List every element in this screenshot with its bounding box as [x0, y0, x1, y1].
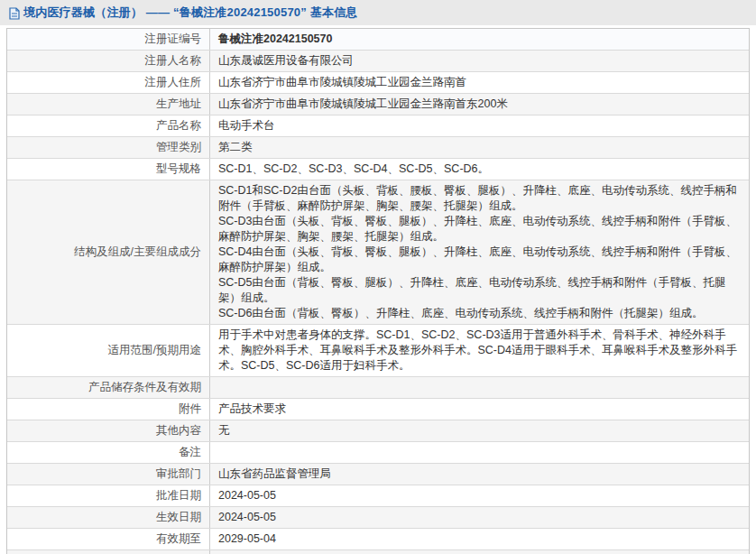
row-label: 注册人名称 [7, 51, 210, 71]
row-label-text: 有效期至 [156, 531, 201, 547]
row-value: 山东省济宁市曲阜市陵城镇陵城工业园金兰路南首 [210, 72, 749, 93]
row-label: 结构及组成/主要组成成分 [7, 180, 210, 324]
table-row: 审批部门山东省药品监督管理局 [7, 464, 749, 485]
row-label: 备注 [7, 442, 210, 463]
row-label: 有效期至 [7, 529, 210, 549]
row-label: 管理类别 [7, 137, 210, 158]
row-value: 2024-05-05 [210, 507, 749, 528]
row-label: 生产地址 [7, 94, 210, 115]
table-row: 结构及组成/主要组成成分SC-D1和SC-D2由台面（头板、背板、腰板、臀板、腿… [7, 180, 749, 325]
row-value: 电动手术台 [210, 115, 749, 136]
row-label-text: 管理类别 [156, 140, 201, 155]
row-value: 2024-05-05 [210, 485, 749, 506]
document-icon [9, 7, 20, 20]
row-value [210, 550, 749, 554]
table-row: 变更情况 [7, 550, 749, 554]
page-header: 境内医疗器械（注册） —— “鲁械注准20242150570” 基本信息 [0, 0, 756, 25]
row-label: 型号规格 [7, 159, 210, 180]
table-row: 生效日期2024-05-05 [7, 507, 749, 529]
row-value: 鲁械注准20242150570 [210, 29, 749, 50]
row-value: 无 [210, 420, 749, 441]
table-row: 型号规格SC-D1、SC-D2、SC-D3、SC-D4、SC-D5、SC-D6。 [7, 159, 749, 180]
row-label: 批准日期 [7, 485, 210, 506]
table-row: 注册人名称山东晟诚医用设备有限公司 [7, 51, 749, 72]
row-label: 附件 [7, 399, 210, 420]
page: 境内医疗器械（注册） —— “鲁械注准20242150570” 基本信息 注册证… [0, 0, 756, 554]
page-title: 境内医疗器械（注册） —— “鲁械注准20242150570” 基本信息 [23, 5, 358, 21]
row-label-text: 生效日期 [156, 510, 201, 525]
row-label-text: 注册人住所 [145, 75, 202, 90]
row-value: 2029-05-04 [210, 529, 749, 549]
table-row: 管理类别第二类 [7, 137, 749, 159]
composition-paragraph: SC-D5由台面（背板、臀板、腿板）、升降柱、底座、电动传动系统、线控手柄和附件… [218, 275, 741, 306]
table-row: 适用范围/预期用途用于手术中对患者身体的支撑。SC-D1、SC-D2、SC-D3… [7, 325, 749, 377]
table-row: 产品储存条件及有效期 [7, 377, 749, 399]
registration-info-table: 注册证编号鲁械注准20242150570注册人名称山东晟诚医用设备有限公司注册人… [6, 28, 750, 554]
row-label-text: 其他内容 [156, 423, 201, 439]
table-row: 有效期至2029-05-04 [7, 529, 749, 550]
row-label: 其他内容 [7, 420, 210, 441]
row-label: 注册人住所 [7, 72, 210, 93]
row-value: 山东省药品监督管理局 [210, 464, 749, 485]
row-label-text: 注册证编号 [145, 32, 202, 47]
row-value: 用于手术中对患者身体的支撑。SC-D1、SC-D2、SC-D3适用于普通外科手术… [210, 325, 749, 376]
composition-paragraph: SC-D4由台面（头板、背板、臀板、腿板）、升降柱、底座、电动传动系统、线控手柄… [218, 245, 741, 275]
row-label-text: 附件 [179, 402, 201, 417]
row-label: 变更情况 [7, 550, 210, 554]
row-label-text: 备注 [179, 445, 201, 460]
table-row: 附件产品技术要求 [7, 399, 749, 420]
row-value [210, 442, 749, 463]
row-label-text: 产品名称 [156, 118, 201, 134]
row-label-text: 适用范围/预期用途 [108, 343, 201, 358]
row-label: 生效日期 [7, 507, 210, 528]
row-label-text: 产品储存条件及有效期 [88, 380, 201, 395]
row-label: 审批部门 [7, 464, 210, 485]
composition-paragraph: SC-D1和SC-D2由台面（头板、背板、腰板、臀板、腿板）、升降柱、底座、电动… [218, 183, 741, 214]
table-row: 备注 [7, 442, 749, 464]
table-row: 其他内容无 [7, 420, 749, 442]
row-label-text: 批准日期 [156, 488, 201, 503]
row-label: 注册证编号 [7, 29, 210, 50]
row-value: SC-D1和SC-D2由台面（头板、背板、腰板、臀板、腿板）、升降柱、底座、电动… [210, 180, 749, 324]
row-value: SC-D1、SC-D2、SC-D3、SC-D4、SC-D5、SC-D6。 [210, 159, 749, 180]
composition-paragraph: SC-D6由台面（背板、臀板）、升降柱、底座、电动传动系统、线控手柄和附件（托腿… [218, 306, 741, 321]
row-value: 产品技术要求 [210, 399, 749, 420]
row-value: 第二类 [210, 137, 749, 158]
row-label-text: 审批部门 [156, 466, 201, 482]
table-row: 注册人住所山东省济宁市曲阜市陵城镇陵城工业园金兰路南首 [7, 72, 749, 94]
table-row: 产品名称电动手术台 [7, 115, 749, 137]
row-label-text: 型号规格 [156, 162, 201, 177]
row-value [210, 377, 749, 398]
table-row: 批准日期2024-05-05 [7, 485, 749, 507]
row-label-text: 生产地址 [156, 97, 201, 112]
table-row: 注册证编号鲁械注准20242150570 [7, 29, 749, 51]
row-value: 山东省济宁市曲阜市陵城镇陵城工业园金兰路南首东200米 [210, 94, 749, 115]
row-label: 产品名称 [7, 115, 210, 136]
table-row: 生产地址山东省济宁市曲阜市陵城镇陵城工业园金兰路南首东200米 [7, 94, 749, 115]
row-label: 产品储存条件及有效期 [7, 377, 210, 398]
row-label-text: 注册人名称 [145, 53, 202, 69]
row-label: 适用范围/预期用途 [7, 325, 210, 376]
composition-paragraph: SC-D3由台面（头板、背板、臀板、腿板）、升降柱、底座、电动传动系统、线控手柄… [218, 214, 741, 245]
row-label-text: 结构及组成/主要组成成分 [74, 245, 201, 260]
row-value: 山东晟诚医用设备有限公司 [210, 51, 749, 71]
